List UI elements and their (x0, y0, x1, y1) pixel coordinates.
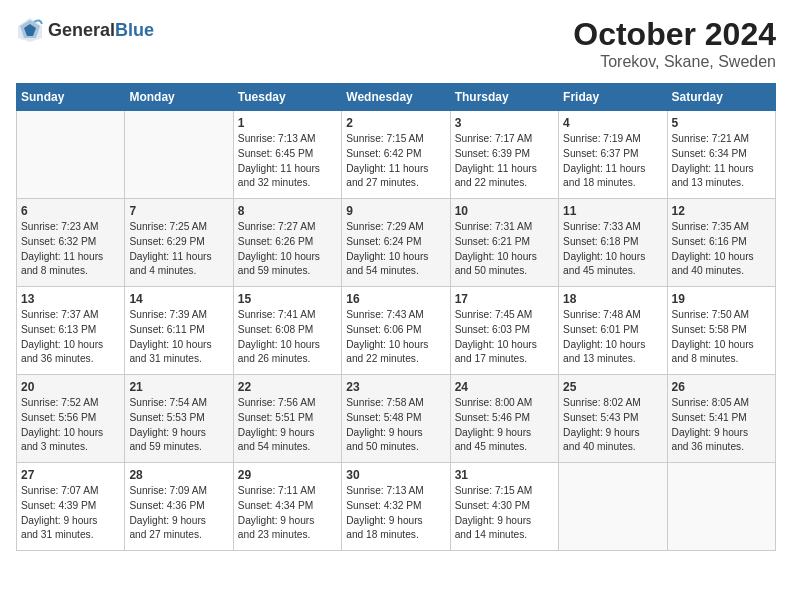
day-number: 12 (672, 204, 771, 218)
day-number: 2 (346, 116, 445, 130)
calendar-cell: 1Sunrise: 7:13 AM Sunset: 6:45 PM Daylig… (233, 111, 341, 199)
weekday-header: Wednesday (342, 84, 450, 111)
day-number: 5 (672, 116, 771, 130)
day-content: Sunrise: 7:33 AM Sunset: 6:18 PM Dayligh… (563, 220, 662, 279)
calendar-cell: 5Sunrise: 7:21 AM Sunset: 6:34 PM Daylig… (667, 111, 775, 199)
calendar-week-row: 6Sunrise: 7:23 AM Sunset: 6:32 PM Daylig… (17, 199, 776, 287)
day-number: 28 (129, 468, 228, 482)
day-number: 20 (21, 380, 120, 394)
page-subtitle: Torekov, Skane, Sweden (573, 53, 776, 71)
calendar-cell (17, 111, 125, 199)
weekday-header: Thursday (450, 84, 558, 111)
day-content: Sunrise: 7:15 AM Sunset: 6:42 PM Dayligh… (346, 132, 445, 191)
calendar-cell: 22Sunrise: 7:56 AM Sunset: 5:51 PM Dayli… (233, 375, 341, 463)
day-number: 29 (238, 468, 337, 482)
title-block: October 2024 Torekov, Skane, Sweden (573, 16, 776, 71)
calendar-cell: 17Sunrise: 7:45 AM Sunset: 6:03 PM Dayli… (450, 287, 558, 375)
calendar-cell: 8Sunrise: 7:27 AM Sunset: 6:26 PM Daylig… (233, 199, 341, 287)
calendar-cell: 10Sunrise: 7:31 AM Sunset: 6:21 PM Dayli… (450, 199, 558, 287)
day-content: Sunrise: 7:07 AM Sunset: 4:39 PM Dayligh… (21, 484, 120, 543)
logo-general: General (48, 20, 115, 40)
day-number: 26 (672, 380, 771, 394)
day-content: Sunrise: 7:17 AM Sunset: 6:39 PM Dayligh… (455, 132, 554, 191)
calendar-cell: 2Sunrise: 7:15 AM Sunset: 6:42 PM Daylig… (342, 111, 450, 199)
day-number: 6 (21, 204, 120, 218)
day-content: Sunrise: 7:15 AM Sunset: 4:30 PM Dayligh… (455, 484, 554, 543)
calendar-cell: 6Sunrise: 7:23 AM Sunset: 6:32 PM Daylig… (17, 199, 125, 287)
calendar-cell: 27Sunrise: 7:07 AM Sunset: 4:39 PM Dayli… (17, 463, 125, 551)
day-number: 15 (238, 292, 337, 306)
day-number: 14 (129, 292, 228, 306)
day-content: Sunrise: 8:05 AM Sunset: 5:41 PM Dayligh… (672, 396, 771, 455)
day-number: 22 (238, 380, 337, 394)
calendar-cell: 7Sunrise: 7:25 AM Sunset: 6:29 PM Daylig… (125, 199, 233, 287)
logo-blue: Blue (115, 20, 154, 40)
day-number: 17 (455, 292, 554, 306)
day-content: Sunrise: 7:11 AM Sunset: 4:34 PM Dayligh… (238, 484, 337, 543)
calendar-cell: 20Sunrise: 7:52 AM Sunset: 5:56 PM Dayli… (17, 375, 125, 463)
day-number: 31 (455, 468, 554, 482)
day-content: Sunrise: 7:41 AM Sunset: 6:08 PM Dayligh… (238, 308, 337, 367)
calendar-cell: 30Sunrise: 7:13 AM Sunset: 4:32 PM Dayli… (342, 463, 450, 551)
calendar-cell: 12Sunrise: 7:35 AM Sunset: 6:16 PM Dayli… (667, 199, 775, 287)
page-title: October 2024 (573, 16, 776, 53)
calendar-week-row: 13Sunrise: 7:37 AM Sunset: 6:13 PM Dayli… (17, 287, 776, 375)
calendar-cell: 18Sunrise: 7:48 AM Sunset: 6:01 PM Dayli… (559, 287, 667, 375)
day-content: Sunrise: 7:45 AM Sunset: 6:03 PM Dayligh… (455, 308, 554, 367)
day-number: 8 (238, 204, 337, 218)
calendar-cell: 11Sunrise: 7:33 AM Sunset: 6:18 PM Dayli… (559, 199, 667, 287)
calendar-cell: 31Sunrise: 7:15 AM Sunset: 4:30 PM Dayli… (450, 463, 558, 551)
day-content: Sunrise: 7:54 AM Sunset: 5:53 PM Dayligh… (129, 396, 228, 455)
page-header: GeneralBlue October 2024 Torekov, Skane,… (16, 16, 776, 71)
day-number: 30 (346, 468, 445, 482)
calendar-cell: 9Sunrise: 7:29 AM Sunset: 6:24 PM Daylig… (342, 199, 450, 287)
calendar-cell: 3Sunrise: 7:17 AM Sunset: 6:39 PM Daylig… (450, 111, 558, 199)
calendar-cell: 19Sunrise: 7:50 AM Sunset: 5:58 PM Dayli… (667, 287, 775, 375)
day-content: Sunrise: 7:52 AM Sunset: 5:56 PM Dayligh… (21, 396, 120, 455)
weekday-header-row: SundayMondayTuesdayWednesdayThursdayFrid… (17, 84, 776, 111)
day-content: Sunrise: 7:13 AM Sunset: 6:45 PM Dayligh… (238, 132, 337, 191)
day-content: Sunrise: 7:37 AM Sunset: 6:13 PM Dayligh… (21, 308, 120, 367)
day-content: Sunrise: 7:58 AM Sunset: 5:48 PM Dayligh… (346, 396, 445, 455)
day-content: Sunrise: 7:50 AM Sunset: 5:58 PM Dayligh… (672, 308, 771, 367)
day-number: 27 (21, 468, 120, 482)
day-content: Sunrise: 7:27 AM Sunset: 6:26 PM Dayligh… (238, 220, 337, 279)
day-number: 10 (455, 204, 554, 218)
day-content: Sunrise: 8:02 AM Sunset: 5:43 PM Dayligh… (563, 396, 662, 455)
calendar-cell: 15Sunrise: 7:41 AM Sunset: 6:08 PM Dayli… (233, 287, 341, 375)
weekday-header: Friday (559, 84, 667, 111)
day-number: 21 (129, 380, 228, 394)
day-content: Sunrise: 7:35 AM Sunset: 6:16 PM Dayligh… (672, 220, 771, 279)
calendar-cell (125, 111, 233, 199)
day-number: 25 (563, 380, 662, 394)
logo: GeneralBlue (16, 16, 154, 44)
day-content: Sunrise: 7:25 AM Sunset: 6:29 PM Dayligh… (129, 220, 228, 279)
day-content: Sunrise: 7:29 AM Sunset: 6:24 PM Dayligh… (346, 220, 445, 279)
calendar-cell: 14Sunrise: 7:39 AM Sunset: 6:11 PM Dayli… (125, 287, 233, 375)
calendar-cell: 16Sunrise: 7:43 AM Sunset: 6:06 PM Dayli… (342, 287, 450, 375)
day-number: 11 (563, 204, 662, 218)
weekday-header: Monday (125, 84, 233, 111)
weekday-header: Saturday (667, 84, 775, 111)
day-content: Sunrise: 7:43 AM Sunset: 6:06 PM Dayligh… (346, 308, 445, 367)
day-content: Sunrise: 7:09 AM Sunset: 4:36 PM Dayligh… (129, 484, 228, 543)
calendar-cell: 13Sunrise: 7:37 AM Sunset: 6:13 PM Dayli… (17, 287, 125, 375)
weekday-header: Sunday (17, 84, 125, 111)
day-number: 13 (21, 292, 120, 306)
day-number: 9 (346, 204, 445, 218)
calendar-cell: 25Sunrise: 8:02 AM Sunset: 5:43 PM Dayli… (559, 375, 667, 463)
day-number: 18 (563, 292, 662, 306)
day-content: Sunrise: 7:56 AM Sunset: 5:51 PM Dayligh… (238, 396, 337, 455)
calendar-week-row: 27Sunrise: 7:07 AM Sunset: 4:39 PM Dayli… (17, 463, 776, 551)
day-content: Sunrise: 7:31 AM Sunset: 6:21 PM Dayligh… (455, 220, 554, 279)
calendar-cell: 26Sunrise: 8:05 AM Sunset: 5:41 PM Dayli… (667, 375, 775, 463)
day-number: 3 (455, 116, 554, 130)
logo-icon (16, 16, 44, 44)
day-content: Sunrise: 7:39 AM Sunset: 6:11 PM Dayligh… (129, 308, 228, 367)
day-content: Sunrise: 7:48 AM Sunset: 6:01 PM Dayligh… (563, 308, 662, 367)
calendar-cell: 23Sunrise: 7:58 AM Sunset: 5:48 PM Dayli… (342, 375, 450, 463)
day-content: Sunrise: 7:21 AM Sunset: 6:34 PM Dayligh… (672, 132, 771, 191)
weekday-header: Tuesday (233, 84, 341, 111)
calendar-week-row: 20Sunrise: 7:52 AM Sunset: 5:56 PM Dayli… (17, 375, 776, 463)
calendar-table: SundayMondayTuesdayWednesdayThursdayFrid… (16, 83, 776, 551)
